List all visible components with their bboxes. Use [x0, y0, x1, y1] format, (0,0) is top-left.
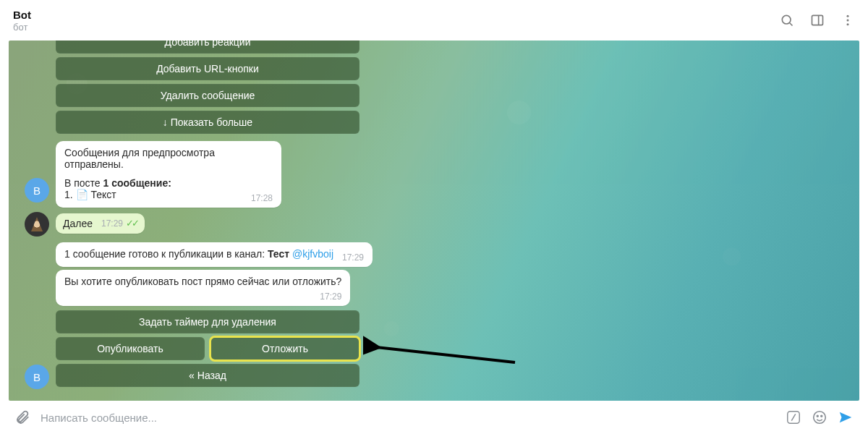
sidepanel-icon[interactable]	[810, 13, 825, 27]
kb-label: Задать таймер для удаления	[139, 316, 276, 328]
avatar-user[interactable]	[25, 212, 49, 237]
msg-line: Сообщения для предпросмотра отправлены.	[64, 147, 273, 170]
msg-user-next: Далее 17:29✓✓	[56, 213, 145, 234]
search-icon[interactable]	[780, 13, 794, 27]
channel-link[interactable]: @kjfvboij	[292, 248, 333, 260]
kb-add-url[interactable]: Добавить URL-кнопки	[56, 57, 359, 80]
msg-channel: Тест	[268, 248, 292, 260]
svg-line-1	[790, 23, 793, 26]
svg-point-0	[782, 15, 791, 24]
timestamp: 17:29	[320, 292, 341, 302]
avatar-letter: В	[33, 184, 41, 197]
kb-label: Добавить реакции	[165, 41, 251, 48]
kb-label: Удалить сообщение	[161, 90, 255, 101]
command-icon[interactable]	[786, 409, 801, 425]
msg-text: Далее	[63, 218, 93, 229]
msg-text: Вы хотите опубликовать пост прямо сейчас…	[64, 276, 341, 287]
chat-header: Bot бот	[0, 0, 868, 41]
svg-rect-2	[812, 15, 823, 25]
kb-label: « Назад	[189, 370, 226, 381]
msg-question: Вы хотите опубликовать пост прямо сейчас…	[56, 270, 350, 306]
message-composer	[0, 401, 868, 434]
svg-point-11	[817, 415, 818, 417]
svg-point-4	[847, 15, 849, 17]
kb-add-reactions[interactable]: Добавить реакции	[56, 41, 359, 54]
kb-set-timer[interactable]: Задать таймер для удаления	[56, 310, 359, 333]
avatar-letter: В	[33, 371, 41, 383]
kb-label: ↓ Показать больше	[163, 116, 252, 128]
chat-subtitle: бот	[13, 22, 780, 33]
svg-point-10	[814, 412, 826, 424]
svg-point-5	[847, 20, 849, 22]
send-icon[interactable]	[838, 409, 854, 425]
timestamp: 17:29	[342, 252, 364, 263]
kb-delete-msg[interactable]: Удалить сообщение	[56, 84, 359, 107]
timestamp: 17:28	[251, 193, 273, 203]
msg-line: В посте 1 сообщение:	[64, 177, 273, 189]
kb-show-more[interactable]: ↓ Показать больше	[56, 111, 359, 134]
kb-back[interactable]: « Назад	[56, 364, 359, 387]
more-icon[interactable]	[841, 13, 855, 27]
svg-line-7	[376, 347, 515, 362]
kb-label: Добавить URL-кнопки	[156, 63, 259, 75]
kb-postpone[interactable]: Отложить	[210, 337, 359, 360]
emoji-icon[interactable]	[812, 409, 827, 425]
kb-label: Отложить	[262, 343, 308, 354]
chat-title: Bot	[13, 9, 780, 21]
svg-point-12	[821, 415, 822, 417]
read-ticks-icon: ✓✓	[126, 218, 137, 229]
avatar-bot[interactable]: В	[25, 365, 49, 389]
msg-preview-sent: Сообщения для предпросмотра отправлены. …	[56, 141, 281, 208]
timestamp: 17:29	[101, 218, 123, 229]
annotation-arrow-icon	[363, 330, 522, 366]
svg-line-9	[791, 414, 796, 420]
avatar-bot[interactable]: В	[25, 178, 49, 203]
message-input[interactable]	[41, 412, 775, 424]
msg-text: 1 сообщение готово к публикации в канал:	[64, 248, 268, 260]
chat-area: Добавить реакции Добавить URL-кнопки Уда…	[9, 41, 859, 401]
svg-point-6	[847, 23, 849, 25]
kb-publish[interactable]: Опубликовать	[56, 337, 205, 360]
msg-ready: 1 сообщение готово к публикации в канал:…	[56, 242, 373, 267]
msg-line: 1. 📄 Текст17:28	[64, 189, 273, 200]
kb-label: Опубликовать	[97, 343, 163, 354]
attach-icon[interactable]	[14, 409, 30, 425]
header-titles[interactable]: Bot бот	[13, 9, 780, 33]
